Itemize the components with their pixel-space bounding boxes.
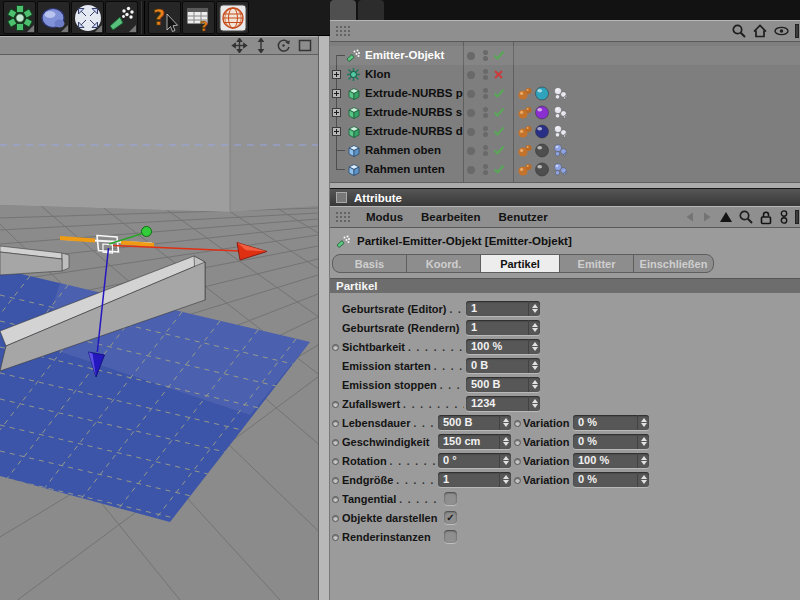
stepper-arrows[interactable] [499,434,511,449]
eye-icon[interactable] [773,23,790,39]
stepper-arrows[interactable] [528,320,540,335]
home-icon[interactable] [752,23,768,39]
visibility-dots[interactable] [483,162,488,177]
search-icon[interactable] [731,23,747,39]
phong-tag-icon[interactable] [517,124,532,139]
search-icon[interactable] [738,209,754,225]
phong-tag-icon[interactable] [517,86,532,101]
keyframe-dot[interactable] [332,477,339,484]
grip-handle[interactable] [335,211,352,224]
menu-benutzer[interactable]: Benutzer [490,211,557,223]
grip-handle[interactable] [335,25,352,38]
viewport-3d-scene[interactable] [0,55,318,600]
visibility-dots[interactable] [483,86,488,101]
keyframe-dot[interactable] [514,477,521,484]
param-value-field[interactable]: 1 [438,472,511,487]
attr-tab-partikel[interactable]: Partikel [481,255,560,272]
param-value-field[interactable]: 100 % [466,339,540,354]
param-checkbox[interactable]: ✓ [444,511,457,524]
material-tag-icon[interactable] [534,105,550,120]
param-checkbox[interactable] [444,530,457,543]
material-tag-icon[interactable] [534,124,550,139]
visibility-dots[interactable] [483,48,488,63]
param-checkbox[interactable] [444,492,457,505]
keyframe-dot[interactable] [332,458,339,465]
up-triangle-icon[interactable] [719,210,733,224]
param-value-field[interactable]: 500 B [438,415,511,430]
globe-icon[interactable] [216,1,249,34]
panel-tab-objekte[interactable] [330,0,356,20]
back-icon[interactable] [683,210,696,224]
visibility-dots[interactable] [483,67,488,82]
stepper-arrows[interactable] [637,472,649,487]
variation-value-field[interactable]: 0 % [573,472,649,487]
stepper-arrows[interactable] [528,301,540,316]
viewport-pan-icon[interactable] [230,38,248,54]
cluster-tag-icon[interactable] [552,162,568,177]
viewport-zoom-icon[interactable] [252,38,270,54]
enabled-check-icon[interactable] [493,164,505,175]
attr-tab-einschlieen[interactable]: Einschließen [634,255,713,272]
cluster-tag-icon[interactable] [552,105,568,120]
stepper-arrows[interactable] [528,339,540,354]
viewport-rotate-icon[interactable] [274,38,292,54]
stepper-arrows[interactable] [637,434,649,449]
attr-tab-emitter[interactable]: Emitter [560,255,634,272]
material-tag-icon[interactable] [534,143,550,158]
object-row[interactable]: Klon [330,65,800,84]
panel-tab-struktur[interactable] [358,0,384,20]
layer-dot[interactable] [467,147,475,155]
cluster-tag-icon[interactable] [552,143,568,158]
enabled-check-icon[interactable] [493,50,505,61]
snap-8-icon[interactable] [778,209,790,225]
phong-tag-icon[interactable] [517,105,532,120]
expand-icon[interactable] [332,70,341,79]
layer-dot[interactable] [467,166,475,174]
metaball-icon[interactable] [37,1,70,34]
phong-tag-icon[interactable] [517,143,532,158]
layer-dot[interactable] [467,71,475,79]
menu-bearbeiten[interactable]: Bearbeiten [412,211,489,223]
object-name[interactable]: Extrude-NURBS p [365,87,463,99]
keyframe-dot[interactable] [332,439,339,446]
stepper-arrows[interactable] [637,453,649,468]
object-name[interactable]: Rahmen unten [365,163,445,175]
stepper-arrows[interactable] [528,396,540,411]
help-icon[interactable]: ? [148,1,181,34]
disabled-cross-icon[interactable] [493,69,504,80]
phong-tag-icon[interactable] [517,162,532,177]
param-value-field[interactable]: 1234 [466,396,540,411]
object-name[interactable]: Klon [365,68,391,80]
object-name[interactable]: Emitter-Objekt [365,49,444,61]
param-value-field[interactable]: 150 cm [438,434,511,449]
expand-icon[interactable] [332,127,341,136]
stepper-arrows[interactable] [637,415,649,430]
object-name[interactable]: Extrude-NURBS d [365,125,463,137]
keyframe-dot[interactable] [514,439,521,446]
keyframe-dot[interactable] [332,515,339,522]
layer-dot[interactable] [467,52,475,60]
keyframe-dot[interactable] [332,496,339,503]
object-name[interactable]: Extrude-NURBS s [365,106,462,118]
variation-value-field[interactable]: 0 % [573,415,649,430]
keyframe-dot[interactable] [514,458,521,465]
param-value-field[interactable]: 0 B [466,358,540,373]
cluster-tag-icon[interactable] [552,124,568,139]
object-row[interactable]: Emitter-Objekt [330,46,800,65]
expand-icon[interactable] [332,108,341,117]
enabled-check-icon[interactable] [493,126,505,137]
stepper-arrows[interactable] [528,377,540,392]
param-value-field[interactable]: 500 B [466,377,540,392]
section-header[interactable]: Partikel [330,278,800,293]
lock-icon[interactable] [759,210,773,225]
cluster-tag-icon[interactable] [552,86,568,101]
viewport-maximize-icon[interactable] [296,38,314,54]
variation-value-field[interactable]: 0 % [573,434,649,449]
attr-tab-koord[interactable]: Koord. [407,255,481,272]
particle-emitter-icon[interactable] [105,1,138,34]
forward-icon[interactable] [701,210,714,224]
keyframe-dot[interactable] [332,534,339,541]
enabled-check-icon[interactable] [493,145,505,156]
keyframe-dot[interactable] [514,420,521,427]
layer-dot[interactable] [467,90,475,98]
